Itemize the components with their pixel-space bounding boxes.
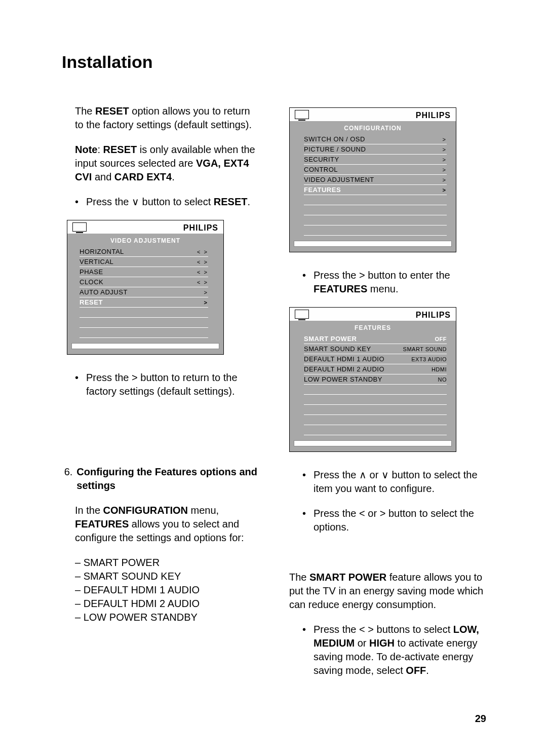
right-arrow-icon: >	[368, 624, 374, 635]
press-up-down-select: Press the ∧ or ∨ button to select the it…	[302, 468, 486, 496]
left-arrow-icon: <	[359, 508, 365, 519]
left-column: The RESET option allows you to return to…	[62, 104, 259, 689]
menu-footer	[71, 343, 219, 349]
reset-note: Note: RESET is only available when the i…	[75, 143, 259, 184]
menu-row: RESET>	[80, 297, 208, 308]
list-item: DEFAULT HDMI 1 AUDIO	[75, 583, 259, 597]
press-right-factory: Press the > button to return to the fact…	[75, 371, 259, 398]
tv-icon	[295, 310, 309, 321]
menu-footer	[294, 241, 452, 247]
down-arrow-icon: ∨	[381, 469, 389, 480]
menu-row-empty	[304, 195, 447, 205]
menu-title: VIDEO ADJUSTMENT	[67, 236, 223, 247]
tv-icon	[295, 110, 309, 121]
up-arrow-icon: ∧	[359, 469, 367, 480]
right-arrow-icon: >	[359, 270, 365, 281]
menu-row: FEATURES>	[304, 185, 447, 195]
menu-row: PICTURE / SOUND>	[304, 144, 447, 155]
press-lr-energy-mode: Press the < > buttons to select LOW, MED…	[302, 623, 486, 677]
menu-row-empty	[304, 425, 447, 435]
list-item: SMART POWER	[75, 556, 259, 570]
right-arrow-icon: >	[132, 372, 138, 383]
menu-footer	[294, 440, 452, 446]
menu-row: SWITCH ON / OSD>	[304, 134, 447, 144]
page-number: 29	[475, 712, 486, 726]
screenshot-features: PHILIPS FEATURES SMART POWEROFFSMART SOU…	[289, 307, 456, 452]
menu-row: VIDEO ADJUSTMENT>	[304, 175, 447, 185]
menu-row: SMART SOUND KEYSMART SOUND	[304, 344, 447, 354]
brand-label: PHILIPS	[416, 110, 451, 121]
menu-row: CONTROL>	[304, 165, 447, 175]
step-6-heading: 6. Configuring the Features options and …	[62, 465, 259, 493]
menu-row-empty	[304, 215, 447, 225]
list-item: DEFAULT HDMI 2 AUDIO	[75, 597, 259, 611]
menu-row-empty	[304, 415, 447, 425]
menu-row-empty	[304, 395, 447, 405]
menu-row-empty	[304, 405, 447, 415]
menu-row-empty	[304, 385, 447, 395]
menu-row: SECURITY>	[304, 155, 447, 165]
menu-row-empty	[304, 225, 447, 236]
brand-label: PHILIPS	[183, 222, 218, 234]
menu-row: DEFAULT HDMI 1 AUDIOEXT3 AUDIO	[304, 354, 447, 364]
tv-icon	[72, 222, 87, 234]
down-arrow-icon: ∨	[132, 196, 139, 207]
page-title: Installation	[62, 51, 486, 74]
features-list: SMART POWERSMART SOUND KEYDEFAULT HDMI 1…	[75, 556, 259, 624]
menu-row: PHASE< >	[80, 267, 208, 277]
menu-row-empty	[304, 205, 447, 215]
screenshot-configuration: PHILIPS CONFIGURATION SWITCH ON / OSD>PI…	[289, 107, 456, 252]
press-down-reset: Press the ∨ button to select RESET.	[75, 195, 259, 209]
menu-row: LOW POWER STANDBYNO	[304, 374, 447, 385]
left-arrow-icon: <	[359, 624, 365, 635]
menu-row: HORIZONTAL< >	[80, 247, 208, 257]
press-left-right-options: Press the < or > button to select the op…	[302, 507, 486, 534]
smart-power-desc: The SMART POWER feature allows you to pu…	[289, 571, 486, 612]
menu-row-empty	[80, 318, 208, 328]
menu-row: AUTO ADJUST>	[80, 287, 208, 297]
menu-row: DEFAULT HDMI 2 AUDIOHDMI	[304, 364, 447, 374]
list-item: SMART SOUND KEY	[75, 570, 259, 583]
menu-row-empty	[80, 328, 208, 338]
screenshot-video-adjustment: PHILIPS VIDEO ADJUSTMENT HORIZONTAL< >VE…	[67, 220, 224, 355]
menu-row: CLOCK< >	[80, 277, 208, 287]
right-arrow-icon: >	[380, 508, 386, 519]
right-column: PHILIPS CONFIGURATION SWITCH ON / OSD>PI…	[289, 104, 486, 689]
menu-row-empty	[80, 308, 208, 318]
press-right-features: Press the > button to enter the FEATURES…	[302, 269, 486, 296]
menu-title: CONFIGURATION	[290, 123, 456, 134]
brand-label: PHILIPS	[416, 310, 451, 321]
menu-row: SMART POWEROFF	[304, 334, 447, 344]
menu-title: FEATURES	[290, 323, 456, 334]
menu-row: VERTICAL< >	[80, 257, 208, 267]
reset-intro: The RESET option allows you to return to…	[75, 104, 259, 132]
features-intro: In the CONFIGURATION menu, FEATURES allo…	[75, 504, 259, 545]
list-item: LOW POWER STANDBY	[75, 611, 259, 624]
